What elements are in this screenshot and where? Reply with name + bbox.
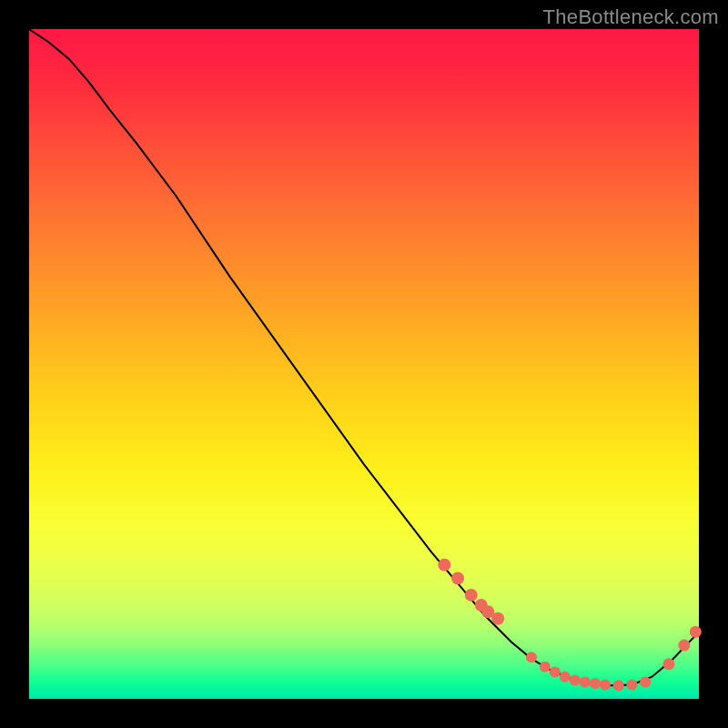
data-point <box>438 559 450 571</box>
data-point <box>600 680 611 691</box>
data-point <box>626 680 637 691</box>
plot-area <box>29 29 699 699</box>
data-point <box>465 589 478 602</box>
data-point <box>491 612 504 625</box>
data-point <box>560 672 571 682</box>
data-point <box>550 667 561 678</box>
data-point <box>690 626 702 638</box>
data-point <box>613 680 624 691</box>
data-point <box>640 677 651 688</box>
data-point <box>580 677 591 688</box>
data-point <box>540 662 551 672</box>
chart-stage: TheBottleneck.com <box>0 0 728 728</box>
data-point <box>678 640 690 652</box>
points-group <box>438 559 702 691</box>
data-point <box>570 674 581 685</box>
data-point <box>451 572 464 585</box>
curve-path <box>29 29 699 685</box>
plot-svg <box>29 29 699 699</box>
data-point <box>526 652 537 662</box>
data-point <box>662 658 674 670</box>
watermark-text: TheBottleneck.com <box>543 5 719 29</box>
data-point <box>590 678 601 689</box>
